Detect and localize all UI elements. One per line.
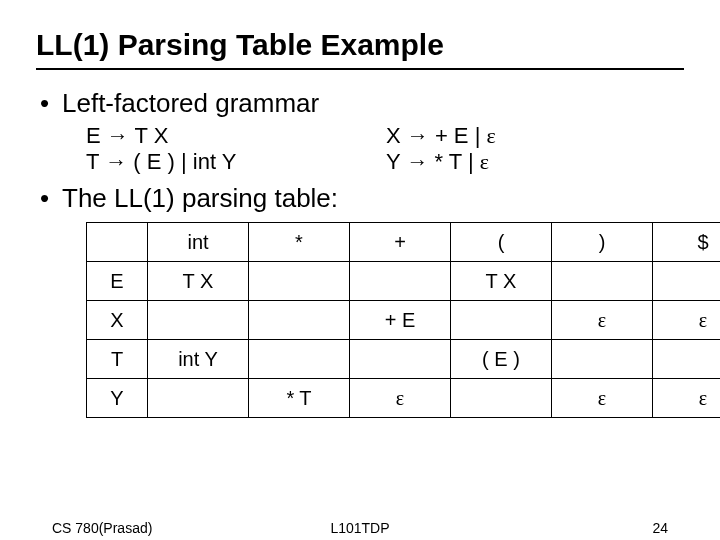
grammar-block: E → T X T → ( E ) | int Y X → + E | ε Y … (86, 123, 684, 175)
header-blank (87, 223, 148, 262)
bullet-table: The LL(1) parsing table: (36, 183, 684, 214)
arrow-icon: → (107, 123, 129, 148)
prod-T-rhs: ( E ) | int Y (127, 149, 236, 174)
bullet-list: Left-factored grammar (36, 88, 684, 119)
cell-E-plus (350, 262, 451, 301)
cell-T-rpar (552, 340, 653, 379)
prod-T-lhs: T (86, 149, 105, 174)
table-row: Y * T ε ε ε (87, 379, 721, 418)
cell-X-lpar (451, 301, 552, 340)
bullet-grammar: Left-factored grammar (36, 88, 684, 119)
prod-X-rhs: + E | (429, 123, 487, 148)
page-title: LL(1) Parsing Table Example (36, 28, 684, 62)
cell-Y-dollar: ε (653, 379, 721, 418)
cell-X-plus: + E (350, 301, 451, 340)
cell-E-star (249, 262, 350, 301)
cell-E-dollar (653, 262, 721, 301)
arrow-icon: → (407, 123, 429, 148)
arrow-icon: → (105, 149, 127, 174)
cell-E-rpar (552, 262, 653, 301)
cell-X-int (148, 301, 249, 340)
cell-E-lpar: T X (451, 262, 552, 301)
header-lpar: ( (451, 223, 552, 262)
prod-E-rhs: T X (129, 123, 169, 148)
header-rpar: ) (552, 223, 653, 262)
cell-Y-star: * T (249, 379, 350, 418)
prod-Y-rhs: * T | (428, 149, 479, 174)
grammar-left-col: E → T X T → ( E ) | int Y (86, 123, 386, 175)
cell-E-int: T X (148, 262, 249, 301)
row-label-E: E (87, 262, 148, 301)
cell-Y-lpar (451, 379, 552, 418)
cell-X-dollar: ε (653, 301, 721, 340)
cell-T-int: int Y (148, 340, 249, 379)
cell-X-rpar: ε (552, 301, 653, 340)
cell-Y-int (148, 379, 249, 418)
prod-X-lhs: X (386, 123, 407, 148)
header-int: int (148, 223, 249, 262)
arrow-icon: → (406, 149, 428, 174)
prod-Y-lhs: Y (386, 149, 406, 174)
header-star: * (249, 223, 350, 262)
table-header-row: int * + ( ) $ (87, 223, 721, 262)
slide: LL(1) Parsing Table Example Left-factore… (0, 0, 720, 540)
epsilon-icon: ε (486, 123, 495, 148)
row-label-X: X (87, 301, 148, 340)
cell-T-lpar: ( E ) (451, 340, 552, 379)
row-label-Y: Y (87, 379, 148, 418)
parsing-table: int * + ( ) $ E T X T X X + (86, 222, 720, 418)
title-rule (36, 68, 684, 70)
prod-E-lhs: E (86, 123, 107, 148)
cell-T-star (249, 340, 350, 379)
footer-right: 24 (652, 520, 668, 536)
cell-X-star (249, 301, 350, 340)
epsilon-icon: ε (480, 149, 489, 174)
footer-center: L101TDP (0, 520, 720, 536)
cell-T-dollar (653, 340, 721, 379)
cell-Y-plus: ε (350, 379, 451, 418)
header-plus: + (350, 223, 451, 262)
row-label-T: T (87, 340, 148, 379)
cell-Y-rpar: ε (552, 379, 653, 418)
bullet-list-2: The LL(1) parsing table: (36, 183, 684, 214)
header-dollar: $ (653, 223, 721, 262)
table-row: T int Y ( E ) (87, 340, 721, 379)
table-row: E T X T X (87, 262, 721, 301)
table-row: X + E ε ε (87, 301, 721, 340)
cell-T-plus (350, 340, 451, 379)
grammar-right-col: X → + E | ε Y → * T | ε (386, 123, 496, 175)
